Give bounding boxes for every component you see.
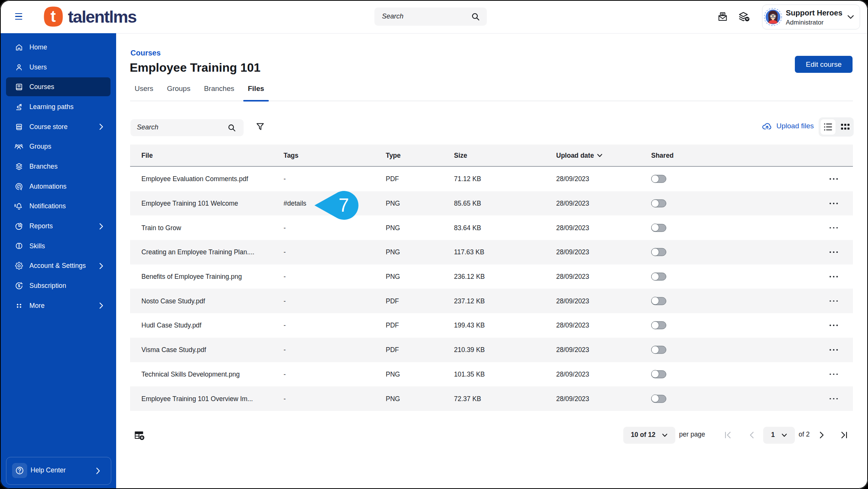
svg-text:$: $ bbox=[18, 283, 20, 288]
svg-text:7: 7 bbox=[339, 195, 349, 216]
svg-text:t: t bbox=[51, 8, 56, 25]
